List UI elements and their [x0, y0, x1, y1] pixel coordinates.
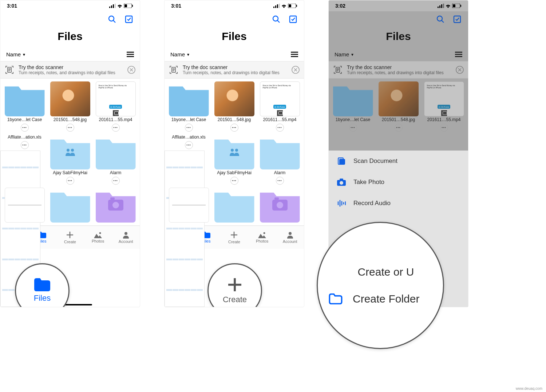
close-icon[interactable] [292, 66, 300, 74]
search-icon[interactable] [436, 15, 445, 24]
audio-wave-icon [337, 199, 346, 208]
tab-photos[interactable]: Photos [84, 226, 112, 249]
doc-scanner-banner[interactable]: Try the doc scanner Turn receipts, notes… [165, 61, 304, 79]
svg-rect-75 [340, 159, 345, 164]
file-item[interactable]: Affliate…ation.xls••• [3, 135, 46, 185]
file-item[interactable]: Alarm••• [94, 135, 137, 185]
camera-icon [337, 177, 346, 187]
shared-folder-icon [50, 135, 90, 169]
status-bar: 3:01 [165, 0, 304, 11]
file-item[interactable] [3, 188, 46, 223]
file-item[interactable]: Ajay SabFilmyHai••• [49, 135, 91, 185]
tab-create[interactable]: Create [220, 226, 248, 249]
more-icon[interactable]: ••• [230, 177, 238, 185]
select-icon[interactable] [453, 15, 462, 24]
sort-button[interactable]: Name ▾ [170, 51, 189, 57]
view-toggle-icon[interactable] [127, 52, 134, 57]
svg-rect-55 [439, 5, 440, 8]
file-item[interactable]: Affliate…ation.xls••• [167, 135, 210, 185]
file-item[interactable] [49, 188, 91, 223]
tab-create[interactable]: Create [56, 226, 84, 249]
banner-subtitle: Turn receipts, notes, and drawings into … [183, 70, 287, 75]
tab-photos[interactable]: Photos [248, 226, 276, 249]
view-toggle-icon[interactable] [291, 52, 298, 57]
sheet-record-audio[interactable]: Record Audio [329, 193, 468, 214]
more-icon[interactable]: ••• [185, 141, 193, 149]
svg-point-51 [289, 232, 292, 235]
svg-rect-38 [291, 56, 298, 57]
svg-rect-36 [291, 52, 298, 53]
scan-icon [337, 156, 346, 166]
more-icon[interactable]: ••• [21, 141, 29, 149]
status-bar: 3:01 [0, 0, 140, 11]
search-icon[interactable] [108, 15, 116, 24]
file-item[interactable]: How to Use Siri to Send Money via PayPal… [423, 81, 465, 132]
more-icon[interactable]: ••• [112, 124, 120, 132]
more-icon[interactable]: ••• [276, 124, 284, 132]
file-item[interactable]: 201501…548.jpg••• [377, 81, 420, 132]
video-thumbnail: How to Use Siri to Send Money via PayPal… [424, 81, 464, 116]
svg-rect-37 [291, 54, 298, 55]
svg-point-25 [124, 232, 127, 235]
file-item[interactable] [167, 188, 210, 223]
doc-scanner-banner[interactable]: Try the doc scanner Turn receipts, notes… [0, 61, 140, 79]
sheet-label: Take Photo [353, 179, 384, 186]
file-item[interactable]: 1byone…let Case••• [332, 81, 374, 132]
file-item[interactable]: 1byone…let Case••• [167, 81, 210, 132]
photos-icon [258, 232, 266, 238]
more-icon[interactable]: ••• [66, 124, 74, 132]
svg-point-78 [340, 181, 343, 185]
svg-rect-64 [455, 52, 462, 53]
chevron-down-icon: ▾ [23, 52, 25, 57]
files-grid: 1byone…let Case••• 201501…548.jpg••• How… [0, 79, 140, 225]
file-item[interactable]: Ajay SabFilmyHai••• [213, 135, 256, 185]
more-icon[interactable]: ••• [276, 177, 284, 185]
more-icon[interactable]: ••• [349, 124, 357, 132]
more-icon[interactable]: ••• [185, 124, 193, 132]
tab-account[interactable]: Account [112, 226, 140, 249]
file-item[interactable]: Alarm••• [258, 135, 301, 185]
doc-scanner-banner[interactable]: Try the doc scanner Turn receipts, notes… [329, 61, 468, 79]
file-item[interactable] [258, 188, 301, 223]
folder-outline-icon [329, 293, 343, 304]
file-item[interactable]: How to Use Siri to Send Money via PayPal… [258, 81, 301, 132]
file-item[interactable]: 201501…548.jpg••• [49, 81, 91, 132]
status-indicators [109, 4, 133, 8]
chevron-down-icon: ▾ [351, 52, 353, 57]
plus-icon [230, 231, 238, 239]
sheet-take-photo[interactable]: Take Photo [329, 172, 468, 193]
header-actions [0, 11, 140, 27]
folder-icon [50, 188, 90, 223]
file-item[interactable] [94, 188, 137, 223]
highlight-label: Create [223, 295, 247, 304]
file-item[interactable]: How to Use Siri to Send Money via PayPal… [94, 81, 137, 132]
select-icon[interactable] [124, 15, 133, 24]
more-icon[interactable]: ••• [112, 177, 120, 185]
select-icon[interactable] [289, 15, 297, 24]
more-icon[interactable]: ••• [230, 124, 238, 132]
search-icon[interactable] [272, 15, 281, 24]
sort-button[interactable]: Name ▾ [335, 51, 353, 57]
sort-button[interactable]: Name ▾ [6, 51, 25, 57]
cellular-icon [109, 4, 116, 8]
close-icon[interactable] [456, 66, 464, 74]
file-item[interactable] [213, 188, 256, 223]
more-icon[interactable]: ••• [395, 124, 403, 132]
svg-rect-3 [115, 4, 116, 8]
more-icon[interactable]: ••• [21, 124, 29, 132]
more-icon[interactable]: ••• [440, 124, 448, 132]
body: Files Name ▾ Try the doc scanner Turn re… [0, 11, 140, 307]
svg-point-47 [235, 149, 238, 152]
close-icon[interactable] [127, 66, 135, 74]
file-item[interactable]: 201501…548.jpg••• [213, 81, 256, 132]
wifi-icon [445, 4, 451, 8]
file-item[interactable]: 1byone…let Case••• [3, 81, 46, 132]
view-toggle-icon[interactable] [455, 52, 462, 57]
more-icon[interactable]: ••• [66, 177, 74, 185]
svg-rect-31 [296, 5, 297, 7]
sheet-create-folder[interactable]: Create Folder [329, 293, 443, 305]
sheet-label: Scan Document [353, 157, 397, 165]
sheet-scan-document[interactable]: Scan Document [329, 151, 468, 172]
svg-rect-12 [127, 56, 134, 57]
tab-account[interactable]: Account [276, 226, 304, 249]
